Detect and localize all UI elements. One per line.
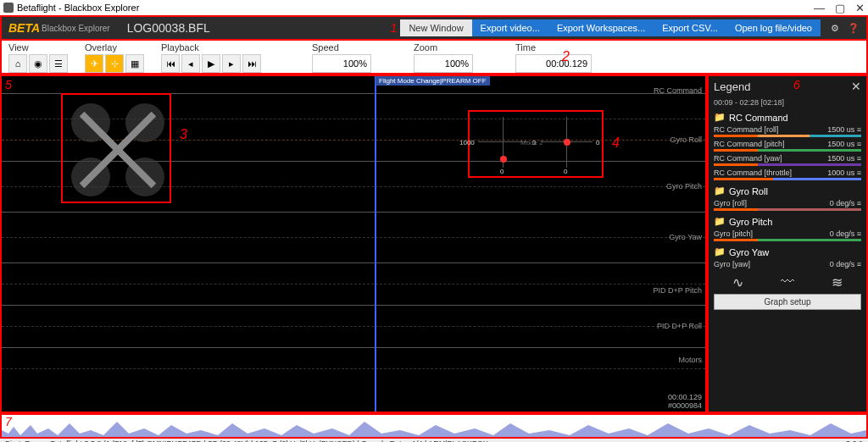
- legend-section-header[interactable]: 📁RC Command: [714, 112, 861, 123]
- os-titlebar: Betaflight - Blackbox Explorer — ▢ ✕: [0, 0, 868, 15]
- playback-group: Playback ⏮ ◂ ▶ ▸ ⏭: [161, 42, 261, 73]
- folder-icon: 📁: [714, 246, 726, 257]
- gear-icon[interactable]: ⚙: [831, 23, 839, 34]
- zoom-label: Zoom: [414, 42, 473, 52]
- wave-icon-3[interactable]: ≋: [832, 274, 843, 290]
- annotation-4: 4: [612, 135, 620, 151]
- time-readout: 00:00.129 #0000984: [668, 393, 702, 410]
- step-forward-button[interactable]: ▸: [222, 54, 241, 73]
- legend-close-icon[interactable]: ✕: [851, 80, 861, 93]
- overlay-sticks-button[interactable]: ⊹: [105, 54, 124, 73]
- craft-overlay-box: ↑: [61, 93, 171, 203]
- annotation-7: 7: [5, 415, 12, 428]
- view-globe-button[interactable]: ◉: [29, 54, 47, 73]
- arrow-up-icon: ↑: [111, 137, 119, 155]
- annotation-3: 3: [180, 127, 187, 142]
- graph-label-pidroll: PID D+P Roll: [657, 322, 702, 330]
- stick-r-right: 0: [596, 139, 599, 146]
- legend-section: 📁Gyro YawGyro [yaw]0 deg/s ≡: [714, 246, 861, 269]
- wave-icon-1[interactable]: ∿: [732, 274, 743, 290]
- wave-icon-2[interactable]: 〰: [781, 274, 794, 290]
- view-group: View ⌂ ◉ ☰: [8, 42, 68, 73]
- folder-icon: 📁: [714, 112, 726, 123]
- step-back-button[interactable]: ◂: [181, 54, 200, 73]
- legend-timerange: 00:09 - 02:28 [02:18]: [714, 98, 861, 107]
- minimize-icon[interactable]: —: [814, 2, 825, 14]
- play-button[interactable]: ▶: [202, 54, 220, 73]
- annotation-2: 2: [562, 49, 570, 64]
- legend-section: 📁Gyro PitchGyro [pitch]0 deg/s ≡: [714, 216, 861, 241]
- legend-bar: [714, 239, 861, 241]
- legend-row[interactable]: Gyro [yaw]0 deg/s ≡: [714, 259, 861, 269]
- stick-mode-label: Mode 2: [520, 139, 543, 146]
- app-icon: [3, 3, 14, 13]
- graph-label-rc: RC Command: [654, 86, 702, 95]
- maximize-icon[interactable]: ▢: [835, 2, 845, 14]
- new-window-button[interactable]: New Window: [400, 19, 471, 36]
- graph-label-pidpitch: PID D+P Pitch: [653, 286, 702, 295]
- stick-l-bottom: 0: [500, 168, 504, 175]
- graph-label-motors: Motors: [678, 356, 702, 364]
- stick-r-bottom: 0: [564, 168, 567, 175]
- export-video-button[interactable]: Export video...: [472, 19, 548, 36]
- view-home-button[interactable]: ⌂: [8, 54, 27, 73]
- folder-icon: 📁: [714, 185, 726, 196]
- graph-area[interactable]: 5 RC Command Gyro Roll Gyro Pitch Gyro Y…: [0, 75, 707, 413]
- legend-section-header[interactable]: 📁Gyro Pitch: [714, 216, 861, 227]
- legend-row[interactable]: RC Command [pitch]1500 us ≡: [714, 139, 861, 149]
- overlay-craft-button[interactable]: ✈: [85, 54, 103, 73]
- overlay-group: Overlay ✈ ⊹ ▦: [85, 42, 144, 73]
- skip-end-button[interactable]: ⏭: [242, 54, 261, 73]
- overlay-label: Overlay: [85, 42, 144, 52]
- legend-row[interactable]: Gyro [roll]0 deg/s ≡: [714, 198, 861, 208]
- view-list-button[interactable]: ☰: [49, 54, 68, 73]
- status-bar: Pirat_Toper : Betaflight 3.5.0 (1d710afd…: [0, 439, 868, 442]
- close-icon[interactable]: ✕: [855, 2, 865, 14]
- folder-icon: 📁: [714, 216, 726, 227]
- seekbar[interactable]: 7: [0, 413, 868, 439]
- graph-label-gyroroll: Gyro Roll: [670, 135, 702, 144]
- craft-icon: ↑: [71, 103, 164, 196]
- legend-section: 📁Gyro RollGyro [roll]0 deg/s ≡: [714, 185, 861, 211]
- graph-setup-button[interactable]: Graph setup: [714, 294, 861, 310]
- zoom-group: Zoom: [414, 42, 473, 73]
- export-workspaces-button[interactable]: Export Workspaces...: [548, 19, 654, 36]
- zoom-input[interactable]: [414, 54, 473, 73]
- export-csv-button[interactable]: Export CSV...: [654, 19, 726, 36]
- open-log-button[interactable]: Open log file/video: [726, 19, 821, 36]
- legend-section-header[interactable]: 📁Gyro Roll: [714, 185, 861, 196]
- stick-right: 0 0: [542, 117, 593, 168]
- main-area: 5 RC Command Gyro Roll Gyro Pitch Gyro Y…: [0, 75, 868, 413]
- playback-label: Playback: [161, 42, 261, 52]
- speed-group: Speed: [312, 42, 371, 73]
- annotation-6: 6: [793, 78, 800, 91]
- app-header: BETA Blackbox Explorer LOG00038.BFL 1 Ne…: [0, 15, 868, 39]
- time-label: Time: [515, 42, 592, 52]
- view-label: View: [8, 42, 68, 52]
- speed-label: Speed: [312, 42, 371, 52]
- overlay-bars-button[interactable]: ▦: [125, 54, 144, 73]
- logo-subtitle: Blackbox Explorer: [42, 24, 110, 33]
- help-icon[interactable]: ❓: [848, 23, 860, 34]
- legend-section: 📁RC CommandRC Command [roll]1500 us ≡RC …: [714, 112, 861, 180]
- time-group: Time: [515, 42, 592, 73]
- playback-cursor[interactable]: [375, 76, 376, 412]
- legend-bar: [714, 149, 861, 152]
- legend-wave-icons: ∿ 〰 ≋: [714, 274, 861, 290]
- legend-row[interactable]: RC Command [roll]1500 us ≡: [714, 124, 861, 135]
- seek-waveform: [2, 417, 866, 437]
- window-title: Betaflight - Blackbox Explorer: [17, 3, 139, 13]
- legend-section-header[interactable]: 📁Gyro Yaw: [714, 246, 861, 257]
- speed-input[interactable]: [312, 54, 371, 73]
- legend-row[interactable]: RC Command [throttle]1000 us ≡: [714, 168, 861, 178]
- annotation-1: 1: [391, 21, 398, 35]
- legend-row[interactable]: RC Command [yaw]1500 us ≡: [714, 153, 861, 163]
- toolbar: View ⌂ ◉ ☰ Overlay ✈ ⊹ ▦ Playback ⏮ ◂ ▶ …: [0, 39, 868, 75]
- legend-row[interactable]: Gyro [pitch]0 deg/s ≡: [714, 229, 861, 239]
- annotation-5: 5: [5, 78, 12, 91]
- sticks-overlay-box: 1000 0 0 0 0 Mode 2: [468, 110, 604, 178]
- time-input[interactable]: [515, 54, 592, 73]
- skip-start-button[interactable]: ⏮: [161, 54, 180, 73]
- legend-panel: 6 Legend ✕ 00:09 - 02:28 [02:18] 📁RC Com…: [707, 75, 868, 413]
- flight-mode-marker: Flight Mode Change|PREARM OFF: [376, 76, 490, 86]
